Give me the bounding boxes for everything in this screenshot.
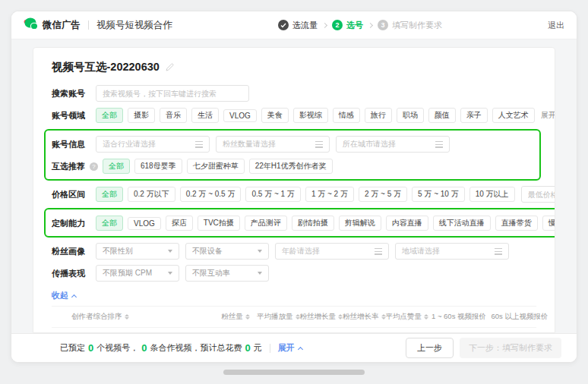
col-fans-growth[interactable]: 粉丝增长量 [300,312,343,322]
domain-chip[interactable]: 亲子 [460,108,488,123]
ability-chip[interactable]: 慢直播 [542,216,555,231]
product-title: 视频号短视频合作 [96,19,172,32]
booking-summary: 已预定 0 个视频号， 0 条合作视频，预计总花费 0 元 展开 [60,342,302,354]
search-input[interactable] [96,85,249,102]
region-select[interactable]: 地域请选择 [395,243,509,260]
domain-chip[interactable]: VLOG [223,109,257,122]
exit-button[interactable]: 退出 [548,20,564,31]
step1-done-icon [278,20,289,30]
expand-summary-label: 展开 [278,342,295,354]
expand-more-label: 展开更多 [541,110,555,121]
booked-accounts-count: 0 [88,342,93,354]
col-avg-play[interactable]: 平均播放量 [257,312,300,322]
chevron-up-icon [298,347,303,352]
cpm-select[interactable]: 不限预期 CPM [96,265,179,282]
col-creator-sort[interactable]: 创作者综合排序 [52,312,214,322]
price-range-row: 价格区间 全部 0.2 万以下 0.2 万 ~ 0.5 万 0.5 万 ~ 1 … [52,186,536,203]
domain-chip[interactable]: 颜值 [428,108,456,123]
info-icon [90,162,98,171]
bottom-action-bar: 已预定 0 个视频号， 0 条合作视频，预计总花费 0 元 展开 上一步 下一步… [11,333,577,362]
fans-profile-row: 粉丝画像 不限性别 不限设备 年龄请选择 地域请选择 [52,243,536,260]
interact-select[interactable]: 不限互动率 [185,265,269,282]
content-area: 视频号互选-20220630 搜索账号 账号领域 全部 摄影 音乐 生活 VLO… [11,39,577,333]
col-fans-growth-rate[interactable]: 粉丝增长率 [343,312,386,322]
edit-title-icon[interactable] [166,61,174,74]
price-chip[interactable]: 5 万 ~ 10 万 [412,187,465,202]
price-chip[interactable]: 0.2 万以下 [128,187,175,202]
price-chip[interactable]: 2 万 ~ 5 万 [359,187,407,202]
prev-step-button[interactable]: 上一步 [406,338,454,358]
fans-count-select[interactable]: 粉丝数量请选择 [216,136,330,153]
ability-chip[interactable]: 探店 [166,216,193,231]
ability-chip[interactable]: 线下活动直播 [433,216,491,231]
list-icon [435,141,443,148]
domain-chip[interactable]: 人文艺术 [492,108,535,123]
domain-chip-all[interactable]: 全部 [96,108,123,123]
ability-chip[interactable]: VLOG [128,217,161,230]
col-avg-like[interactable]: 平均点赞量 [386,312,429,322]
chevron-up-icon [71,294,77,300]
booked-videos-count: 0 [141,342,147,354]
gender-select[interactable]: 不限性别 [96,243,179,260]
device-select[interactable]: 不限设备 [185,243,269,260]
interact-select-value: 不限互动率 [192,268,230,279]
recommend-chip-all[interactable]: 全部 [103,159,130,174]
recommend-chip[interactable]: 618母婴季 [134,159,182,174]
collapse-filters-link[interactable]: 收起 [52,290,76,301]
ability-chip[interactable]: 内容直播 [386,216,428,231]
step-select-account: 2 选号 [332,20,363,31]
next-step-button[interactable]: 下一步：填写制作要求 [460,338,561,358]
chevron-down-icon [258,272,262,275]
recommend-chip[interactable]: 七夕甜蜜种草 [187,159,245,174]
device-select-value: 不限设备 [192,246,223,257]
col-fans-growth-label: 粉丝增长量 [300,312,337,322]
booked-accounts-unit: 个视频号， [96,342,138,354]
domain-chip[interactable]: 旅行 [365,108,392,123]
city-select[interactable]: 所在城市请选择 [336,136,450,153]
expand-more-link[interactable]: 展开更多 [541,110,555,121]
price-chip[interactable]: 1 万 ~ 2 万 [305,187,354,202]
age-select-placeholder: 年龄请选择 [282,246,320,257]
price-chip[interactable]: 10 万以上 [469,187,515,202]
ability-chip[interactable]: TVC拍摄 [198,216,240,231]
window-handle-bar [223,370,365,375]
ability-chip[interactable]: 剧情拍摄 [292,216,334,231]
campaign-title: 视频号互选-20220630 [52,60,160,74]
step2-label: 选号 [346,20,363,31]
step-select-traffic: 选流量 [278,20,318,31]
step1-label: 选流量 [292,20,318,31]
list-icon [195,141,203,148]
custom-price-range-input[interactable] [521,186,555,203]
domain-chip[interactable]: 生活 [191,108,219,123]
step2-number: 2 [332,20,343,30]
domain-chip[interactable]: 职场 [397,108,424,123]
step3-number: 3 [378,20,388,30]
ability-chip[interactable]: 直播带货 [495,216,538,231]
ability-chip-all[interactable]: 全部 [96,216,123,231]
domain-chip[interactable]: 影视综 [293,108,328,123]
industry-select[interactable]: 适合行业请选择 [96,136,210,153]
expand-summary-link[interactable]: 展开 [278,342,302,354]
age-select[interactable]: 年龄请选择 [275,243,389,260]
domain-chip[interactable]: 摄影 [128,108,155,123]
domain-chip[interactable]: 美食 [261,108,289,123]
price-chip[interactable]: 0.2 万 ~ 0.5 万 [180,187,242,202]
col-fans[interactable]: 粉丝量 [214,312,257,322]
price-chip[interactable]: 0.5 万 ~ 1 万 [245,187,300,202]
ability-chip[interactable]: 产品测评 [245,216,287,231]
price-chip-all[interactable]: 全部 [96,187,123,202]
domain-chip[interactable]: 音乐 [160,108,187,123]
step-indicator: 选流量 2 选号 3 填写制作要求 [278,20,442,31]
domain-chip[interactable]: 情感 [333,108,360,123]
account-domain-row: 账号领域 全部 摄影 音乐 生活 VLOG 美食 影视综 情感 旅行 职场 颜值… [52,107,536,124]
col-fans-label: 粉丝量 [221,312,243,322]
ability-chip[interactable]: 剪辑解说 [339,216,381,231]
step-production-request: 3 填写制作要求 [378,20,442,31]
account-info-row: 账号信息 适合行业请选择 粉丝数量请选择 所在城市请选择 [52,136,533,153]
highlight-box-ability: 定制能力 全部 VLOG 探店 TVC拍摄 产品测评 剧情拍摄 剪辑解说 内容直… [44,208,555,238]
sort-icon [125,314,129,320]
list-icon [315,141,323,148]
col-price-long: 60s 以上视频报价 [489,312,550,322]
recommend-chip[interactable]: 22年H1优秀创作者奖 [249,159,333,174]
total-cost-value: 0 [245,342,250,354]
